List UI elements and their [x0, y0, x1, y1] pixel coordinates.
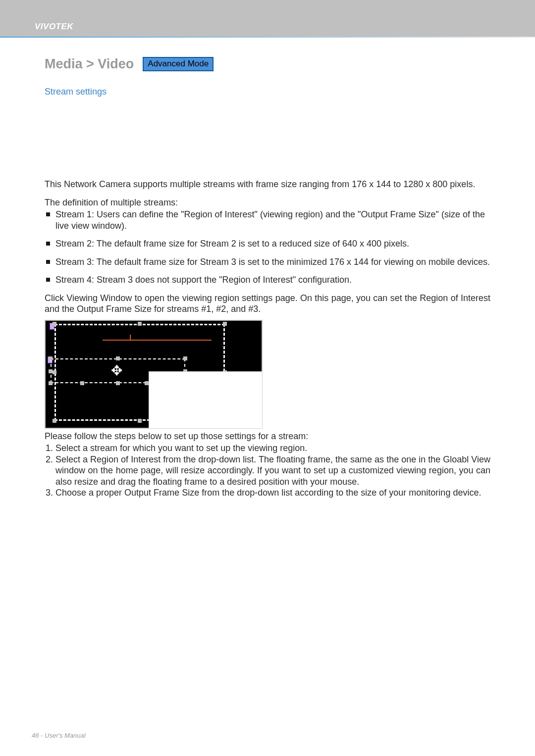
guide-line-notch	[130, 335, 131, 341]
content-area: Media > Video Advanced Mode Stream setti…	[0, 41, 535, 528]
resize-handle	[80, 381, 84, 385]
guide-line	[103, 340, 212, 341]
resize-handle	[53, 322, 56, 326]
step-item: Select a Region of Interest from the dro…	[55, 454, 490, 488]
advanced-mode-badge: Advanced Mode	[143, 57, 214, 71]
resize-handle	[49, 381, 53, 385]
page-footer: 46 - User's Manual	[32, 732, 86, 739]
section-subheading: Stream settings	[45, 87, 490, 97]
definitions-title: The definition of multiple streams:	[45, 197, 490, 208]
step-item: Select a stream for which you want to se…	[55, 443, 490, 454]
resize-handle	[49, 369, 53, 373]
steps-list: Select a stream for which you want to se…	[45, 443, 490, 499]
stream-definitions-list: Stream 1: Users can define the "Region o…	[45, 209, 490, 286]
heading-row: Media > Video Advanced Mode	[45, 56, 490, 72]
resize-handle	[145, 381, 149, 385]
resize-handle	[183, 356, 187, 360]
stream-definition: Stream 1: Users can define the "Region o…	[45, 209, 490, 231]
resize-handle	[116, 381, 120, 385]
resize-handle	[223, 322, 227, 326]
resize-handle	[116, 356, 120, 360]
page-heading: Media > Video	[45, 56, 134, 72]
document-page: VIVOTEK Media > Video Advanced Mode Stre…	[0, 0, 535, 756]
brand-label: VIVOTEK	[35, 22, 73, 37]
step-item: Choose a proper Output Frame Size from t…	[55, 487, 490, 499]
viewing-window-diagram: ✥	[45, 320, 263, 429]
resize-handle	[49, 356, 53, 360]
intro-paragraph: This Network Camera supports multiple st…	[45, 179, 490, 190]
resize-handle	[138, 419, 142, 423]
preview-panel	[149, 371, 263, 429]
resize-handle	[53, 419, 56, 423]
stream-definition: Stream 3: The default frame size for Str…	[45, 256, 490, 268]
stream-definition: Stream 2: The default frame size for Str…	[45, 238, 490, 250]
header-divider	[0, 37, 535, 38]
header-bar: VIVOTEK	[0, 0, 535, 37]
move-cursor-icon: ✥	[111, 364, 122, 378]
viewing-window-paragraph: Click Viewing Window to open the viewing…	[45, 293, 490, 315]
follow-steps-paragraph: Please follow the steps below to set up …	[45, 431, 490, 442]
resize-handle	[138, 322, 142, 326]
stream-definition: Stream 4: Stream 3 does not support the …	[45, 274, 490, 286]
